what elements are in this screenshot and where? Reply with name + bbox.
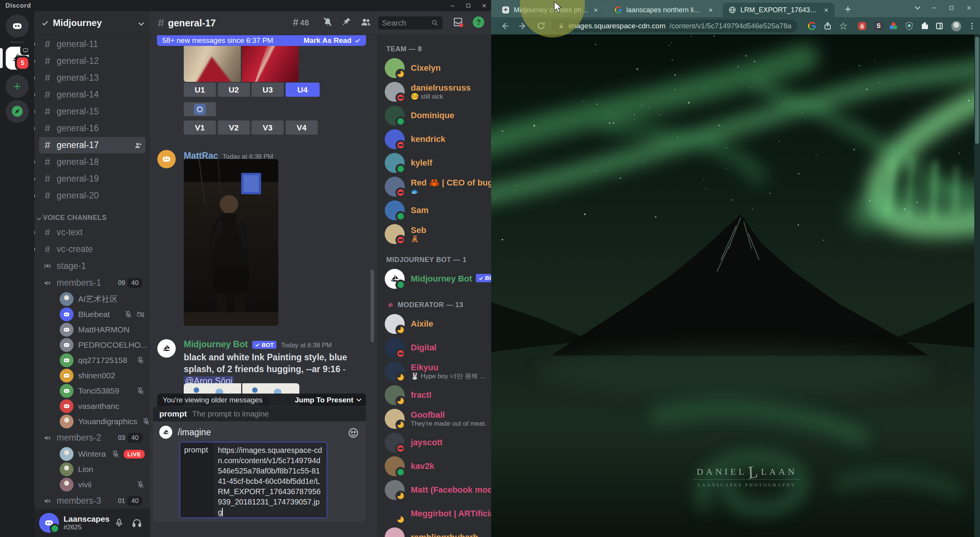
chrome-minimize-icon[interactable]: [931, 5, 937, 11]
discord-close-icon[interactable]: [481, 3, 487, 9]
voice-user-MattHARMON[interactable]: MattHARMON: [60, 322, 145, 337]
variation-button-v3[interactable]: V3: [252, 120, 284, 135]
member-Red 🦀 | CEO of bugs …[interactable]: Red 🦀 | CEO of bugs …🐟: [377, 175, 491, 199]
explore-servers-button[interactable]: [6, 100, 29, 123]
help-icon[interactable]: ?: [473, 16, 484, 28]
upscale-button-u3[interactable]: U3: [252, 83, 284, 97]
avatar-mattrac[interactable]: [157, 150, 176, 168]
pinned-messages-icon[interactable]: [341, 16, 352, 27]
voice-user-vivii[interactable]: vivii: [60, 477, 145, 492]
chrome-maximize-icon[interactable]: [949, 5, 954, 11]
command-autocomplete[interactable]: prompt The prompt to imagine: [153, 407, 366, 421]
voice-user-Tonci53859[interactable]: Tonci53859: [60, 383, 145, 399]
voice-user-Wintera[interactable]: WinteraLIVE: [60, 446, 145, 462]
sidebar-channel-general-17[interactable]: #general-17: [39, 137, 145, 153]
voice-user-shinen002[interactable]: shinen002: [60, 368, 145, 383]
sidebar-channel-members-1[interactable]: members-10940: [39, 275, 145, 291]
sidebar-channel-general-12[interactable]: #general-12: [39, 53, 145, 69]
voice-user-AI艺术社区[interactable]: AI艺术社区: [60, 291, 145, 307]
kebab-menu-icon[interactable]: [967, 21, 977, 31]
sidebar-channel-vc-create[interactable]: #vc-create: [39, 241, 145, 257]
voice-user-vasanthanc[interactable]: vasanthanc: [60, 399, 145, 414]
chrome-close-icon[interactable]: [966, 5, 972, 11]
bookmark-star-icon[interactable]: ☆: [838, 21, 848, 31]
browser-tab-3[interactable]: LRM_EXPORT_17643678795693: [723, 3, 835, 17]
sidebar-channel-general-19[interactable]: #general-19: [39, 171, 145, 187]
search-input[interactable]: Search: [378, 16, 443, 29]
emoji-picker-icon[interactable]: [348, 427, 359, 439]
variation-button-v1[interactable]: V1: [184, 120, 216, 135]
new-messages-banner[interactable]: 58+ new messages since 6:37 PM Mark As R…: [157, 35, 366, 46]
server-header[interactable]: Midjourney: [34, 11, 150, 35]
member-Midjourney Bot[interactable]: Midjourney BotBOT: [377, 267, 491, 291]
member-danielrussruss[interactable]: danielrussruss🤒 still sick: [377, 80, 491, 104]
voice-user-PEDROCOELHO...[interactable]: PEDROCOELHO...: [60, 337, 145, 353]
voice-user-Lion[interactable]: Lion: [60, 462, 145, 477]
add-server-button[interactable]: [6, 75, 29, 98]
member-kav2k[interactable]: kav2k: [377, 454, 491, 478]
browser-tab-2[interactable]: laanscapes northern lights - Goo: [609, 3, 719, 17]
inbox-icon[interactable]: [452, 16, 464, 28]
invite-member-icon[interactable]: [134, 141, 142, 150]
member-Eikyuu[interactable]: Eikyuu🐰 Hype boy 너만 원해 Hype …: [377, 360, 491, 383]
mic-icon[interactable]: [114, 518, 124, 528]
voice-user-Bluebeat[interactable]: Bluebeat: [60, 307, 145, 322]
member-Meggirbot | ARTificial…[interactable]: Meggirbot | ARTificial…: [377, 502, 491, 526]
member-Aixile[interactable]: Aixile: [377, 312, 491, 336]
midjourney-grid-image[interactable]: [184, 45, 299, 82]
upscale-button-u1[interactable]: U1: [184, 83, 216, 97]
member-Cixelyn[interactable]: Cixelyn: [377, 56, 491, 80]
message-author[interactable]: Midjourney Bot: [184, 339, 248, 350]
avatar-midjourney-bot[interactable]: [157, 339, 176, 358]
prompt-option-field[interactable]: prompt https://images.squarespace-cdn.co…: [180, 442, 327, 518]
scrollbar-thumb[interactable]: [975, 37, 979, 144]
ext-rgb-icon[interactable]: [889, 21, 898, 31]
sidebar-channel-members-3[interactable]: members-30140: [39, 493, 145, 509]
sidebar-channel-stage-1[interactable]: stage-1: [39, 258, 145, 274]
member-fractl[interactable]: fractl: [377, 383, 491, 407]
aurora-photo[interactable]: [491, 34, 980, 537]
sidebar-channel-general-11[interactable]: #general-11: [39, 36, 145, 52]
new-tab-icon[interactable]: [843, 5, 853, 14]
discord-minimize-icon[interactable]: [449, 3, 456, 9]
sidebar-channel-general-18[interactable]: #general-18: [39, 154, 145, 170]
sidebar-channel-general-15[interactable]: #general-15: [39, 103, 145, 120]
headphones-icon[interactable]: [132, 518, 142, 528]
message-input[interactable]: /imagine prompt https://images.squarespa…: [153, 422, 366, 522]
google-icon[interactable]: [807, 21, 817, 31]
ext-s-icon[interactable]: S: [874, 21, 884, 31]
member-kendrick[interactable]: kendrick: [377, 127, 491, 151]
member-Goofball[interactable]: GoofballThey're made out of meat.: [377, 407, 491, 431]
member-Digital[interactable]: Digital: [377, 336, 491, 360]
tab-search-chevron-icon[interactable]: [915, 4, 920, 10]
page-scrollbar[interactable]: [974, 34, 980, 537]
member-Seb[interactable]: Seb🧸: [377, 222, 491, 246]
ext-red-icon[interactable]: [857, 21, 867, 31]
sidebar-channel-members-2[interactable]: members-20340: [39, 430, 145, 446]
jump-to-present-button[interactable]: Jump To Present: [295, 396, 361, 404]
sidebar-channel-general-14[interactable]: #general-14: [39, 86, 145, 103]
sidebar-channel-vc-text[interactable]: #vc-text: [39, 224, 145, 241]
profile-avatar[interactable]: [951, 21, 961, 31]
server-button-midjourney[interactable]: 5: [6, 47, 29, 70]
member-Sam[interactable]: Sam: [377, 199, 491, 222]
reroll-button[interactable]: [184, 102, 216, 116]
sidebar-channel-general-16[interactable]: #general-16: [39, 120, 145, 137]
chat-scrollbar[interactable]: [371, 270, 374, 342]
sidebar-channel-general-20[interactable]: #general-20: [39, 187, 145, 204]
address-bar[interactable]: images.squarespace-cdn.com/content/v1/5c…: [552, 20, 797, 33]
ext-sidebar-icon[interactable]: [934, 21, 944, 31]
tab-close-icon[interactable]: [593, 7, 599, 13]
back-icon[interactable]: [500, 21, 510, 31]
current-user-avatar[interactable]: [39, 513, 59, 533]
upscale-button-u2[interactable]: U2: [218, 83, 250, 97]
member-Dominique[interactable]: Dominique: [377, 104, 491, 127]
member-jayscott[interactable]: jayscott: [377, 431, 491, 454]
member-kylelf[interactable]: kylelf: [377, 151, 491, 175]
notifications-muted-icon[interactable]: [322, 16, 333, 27]
voice-channels-header[interactable]: VOICE CHANNELS: [38, 214, 150, 222]
voice-user-Youandigraphics[interactable]: Youandigraphics: [60, 414, 145, 429]
member-list-icon[interactable]: [360, 16, 371, 28]
tab-close-icon[interactable]: [823, 7, 829, 13]
threads-button[interactable]: #48: [293, 16, 309, 28]
